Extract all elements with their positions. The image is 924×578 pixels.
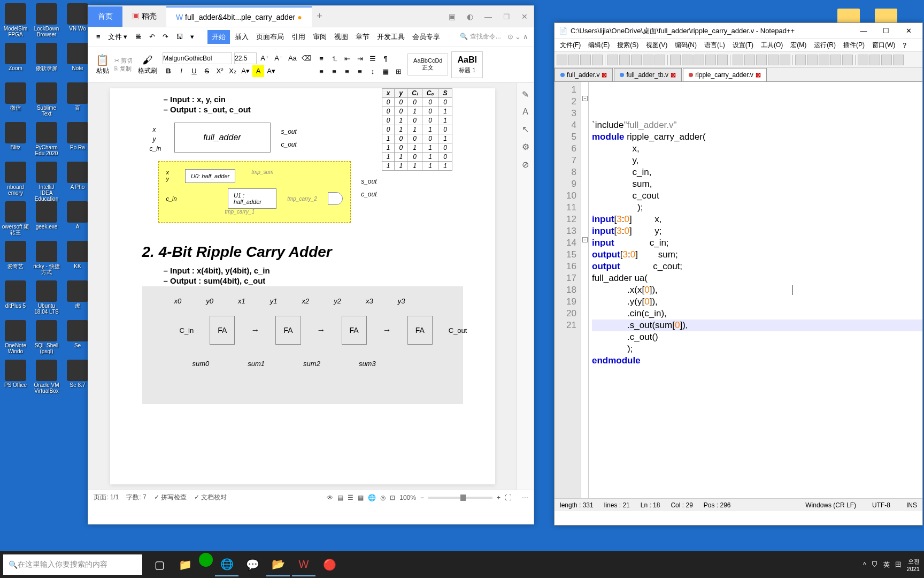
toolbar-button[interactable] — [694, 55, 704, 65]
wps-theme-icon[interactable]: ◐ — [461, 6, 479, 27]
desktop-icon[interactable]: Zoom — [1, 43, 30, 76]
style-normal[interactable]: AaBbCcDd正文 — [407, 54, 448, 75]
help-icon[interactable]: ⊘ — [522, 159, 529, 170]
document-page[interactable]: Input : x, y, cin Output : s_out, c_out … — [110, 88, 495, 484]
toolbar-button[interactable] — [568, 55, 579, 65]
toolbar-button[interactable] — [795, 55, 806, 65]
wps-sidebar-toggle-icon[interactable]: ▣ — [443, 6, 461, 27]
task-view-icon[interactable]: ▢ — [148, 553, 171, 576]
toolbar-button[interactable] — [881, 55, 892, 65]
menu-item[interactable]: 编码(N) — [672, 40, 700, 51]
search-input[interactable]: 🔍 查找命令... — [460, 32, 500, 41]
fold-minus-icon[interactable]: − — [582, 237, 588, 242]
bold-button[interactable]: B — [163, 65, 174, 77]
toolbar-button[interactable] — [858, 55, 868, 65]
shrink-font-icon[interactable]: A⁻ — [273, 52, 284, 64]
menu-item[interactable]: 设置(T) — [729, 40, 757, 51]
menu-item[interactable]: 语言(L) — [701, 40, 728, 51]
pen-icon[interactable]: ✎ — [522, 89, 529, 100]
borders-icon[interactable]: ⊞ — [392, 66, 404, 78]
tray-network-icon[interactable]: ⛉ — [872, 561, 878, 568]
format-painter-button[interactable]: 🖌格式刷 — [136, 54, 159, 75]
taskbar-app-icon[interactable]: 📂 — [266, 553, 290, 576]
taskbar-search[interactable]: 🔍 在这里输入你要搜索的内容 — [3, 554, 142, 575]
toolbar-button[interactable] — [717, 55, 728, 65]
align-left-icon[interactable]: ≡ — [315, 66, 327, 78]
fullscreen-icon[interactable]: ⛶ — [505, 494, 511, 501]
tab-chapter[interactable]: 章节 — [353, 31, 372, 43]
menu-item[interactable]: 视图(V) — [643, 40, 671, 51]
tab-review[interactable]: 审阅 — [310, 31, 329, 43]
spell-check[interactable]: ✓ 拼写检查 — [154, 493, 187, 502]
italic-button[interactable]: I — [175, 65, 187, 77]
toolbar-button[interactable] — [592, 55, 603, 65]
tab-start[interactable]: 开始 — [207, 30, 230, 44]
maximize-icon[interactable]: ☐ — [497, 6, 515, 27]
desktop-icon[interactable]: PS Office — [1, 360, 30, 393]
menu-file[interactable]: 文件 ▾ — [105, 31, 130, 43]
undo-icon[interactable]: ↶ — [147, 32, 158, 42]
tray-ime-icon[interactable]: 英 — [883, 560, 890, 569]
toolbar-button[interactable] — [670, 55, 681, 65]
tray-expand-icon[interactable]: ^ — [863, 561, 866, 568]
print-icon[interactable]: 🖶 — [132, 32, 144, 42]
align-center-icon[interactable]: ≡ — [328, 66, 340, 78]
menu-item[interactable]: 运行(R) — [811, 40, 839, 51]
para-icon[interactable]: ¶ — [380, 53, 391, 65]
close-icon[interactable]: ✕ — [899, 24, 918, 39]
toolbar-button[interactable] — [768, 55, 779, 65]
zoom-slider[interactable] — [428, 497, 492, 499]
tab-references[interactable]: 引用 — [289, 31, 308, 43]
menu-hamburger-icon[interactable]: ≡ — [94, 32, 103, 42]
desktop-icon[interactable]: ricky - 快捷方式 — [32, 241, 61, 274]
indent-icon[interactable]: ⇥ — [354, 53, 366, 65]
toolbar-button[interactable] — [631, 55, 642, 65]
font-size-input[interactable] — [234, 52, 257, 64]
desktop-icon[interactable]: owersoft 频转王 — [1, 201, 30, 234]
strike-button[interactable]: S̶ — [201, 65, 213, 77]
settings-icon[interactable]: ⚙ — [522, 142, 529, 152]
view-page-icon[interactable]: ▤ — [337, 494, 343, 501]
desktop-icon[interactable]: PyCharm Edu 2020 — [32, 122, 61, 155]
toolbar-button[interactable] — [780, 55, 790, 65]
toolbar-button[interactable] — [830, 55, 841, 65]
close-icon[interactable]: ✕ — [515, 6, 534, 27]
clock-date[interactable]: 2021 — [907, 566, 920, 572]
toolbar-button[interactable] — [733, 55, 743, 65]
view-outline-icon[interactable]: ☰ — [348, 494, 353, 501]
underline-button[interactable]: U — [188, 65, 200, 77]
superscript-button[interactable]: X² — [214, 65, 226, 77]
minimize-icon[interactable]: — — [479, 6, 497, 27]
explorer-icon[interactable]: 📁 — [173, 553, 197, 576]
desktop-icon[interactable]: IntelliJ IDEA Education — [32, 162, 61, 195]
highlight-button[interactable]: A — [252, 65, 264, 77]
desktop-icon[interactable]: nboard emory — [1, 162, 30, 195]
desktop-icon[interactable]: OneNote Windo — [1, 320, 30, 353]
tab-dev[interactable]: 开发工具 — [374, 31, 407, 43]
menu-item[interactable]: 工具(O) — [758, 40, 786, 51]
file-tab[interactable]: full_adder_tb.v ⊠ — [614, 68, 682, 81]
tab-view[interactable]: 视图 — [332, 31, 351, 43]
minimize-icon[interactable]: — — [854, 24, 873, 39]
desktop-icon[interactable]: Sublime Text — [32, 82, 61, 116]
desktop-icon[interactable]: Ubuntu 18.04 LTS — [32, 280, 61, 314]
align-justify-icon[interactable]: ≡ — [354, 66, 366, 78]
desktop-icon[interactable]: SQL Shell (psql) — [32, 320, 61, 353]
toolbar-button[interactable] — [756, 55, 767, 65]
style-heading1[interactable]: AaBl标题 1 — [451, 51, 482, 78]
styles-icon[interactable]: A — [522, 107, 528, 117]
toolbar-button[interactable] — [819, 55, 829, 65]
clear-format-icon[interactable]: ⌫ — [301, 52, 312, 64]
paste-button[interactable]: 📋粘贴 — [94, 54, 111, 75]
wps-tab-home[interactable]: 首页 — [88, 6, 122, 27]
toolbar-button[interactable] — [607, 55, 618, 65]
tray-input-icon[interactable]: 田 — [895, 560, 902, 569]
text-effect-button[interactable]: A▾ — [265, 65, 277, 77]
more-status-icon[interactable]: ⋯ — [522, 494, 528, 501]
zoom-in-button[interactable]: + — [497, 494, 500, 501]
desktop-icon[interactable]: 傲软录屏 — [32, 43, 61, 76]
file-tab[interactable]: ripple_carry_adder.v ⊠ — [683, 68, 767, 81]
proof-check[interactable]: ✓ 文档校对 — [194, 493, 227, 502]
toolbar-button[interactable] — [654, 55, 665, 65]
toolbar-button[interactable] — [705, 55, 716, 65]
